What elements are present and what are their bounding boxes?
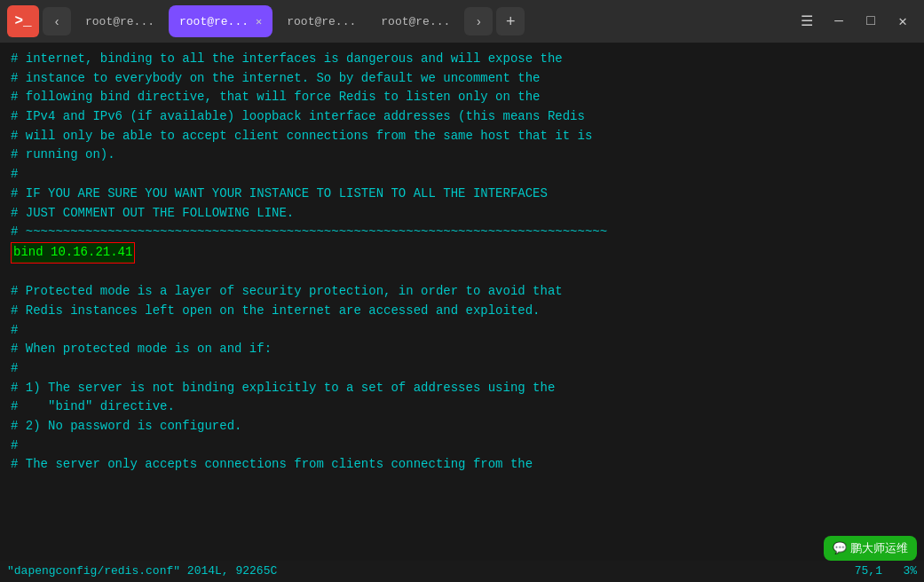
tab-2-label: root@re...	[179, 15, 249, 28]
terminal-area[interactable]: # internet, binding to all the interface…	[0, 43, 924, 582]
tab-4-label: root@re...	[381, 15, 450, 28]
terminal-line-8: # JUST COMMENT OUT THE FOLLOWING LINE.	[11, 204, 913, 224]
terminal-icon[interactable]: >_	[7, 5, 39, 37]
terminal-line-12: # Protected mode is a layer of security …	[11, 282, 913, 302]
window-controls: ☰ — □ ✕	[793, 7, 917, 35]
terminal-line-7: # IF YOU ARE SURE YOU WANT YOUR INSTANCE…	[11, 185, 913, 204]
nav-forward-button[interactable]: ›	[464, 7, 493, 35]
status-position: 75,1	[855, 564, 882, 578]
tab-1-label: root@re...	[85, 15, 154, 28]
watermark-badge: 💬 鹏大师运维	[824, 536, 917, 561]
terminal-line-17: # 1) The server is not binding explicitl…	[11, 379, 913, 398]
terminal-line-4: # will only be able to accept client con…	[11, 127, 913, 146]
watermark-icon: 💬	[833, 539, 847, 557]
terminal-line-5: # running on).	[11, 146, 913, 165]
tab-2-close[interactable]: ✕	[256, 15, 262, 28]
tab-3[interactable]: root@re...	[276, 5, 367, 37]
terminal-bind-line: bind 10.16.21.41	[11, 242, 913, 263]
tab-1[interactable]: root@re...	[75, 5, 165, 37]
terminal-line-19: # 2) No password is configured.	[11, 417, 913, 436]
terminal-line-21: # The server only accepts connections fr…	[11, 455, 913, 475]
terminal-line-18: # "bind" directive.	[11, 397, 913, 417]
terminal-line-20: #	[11, 436, 913, 456]
menu-button[interactable]: ☰	[793, 7, 821, 35]
tab-2[interactable]: root@re... ✕	[169, 5, 272, 37]
terminal-line-2: # following bind directive, that will fo…	[11, 88, 913, 107]
minimize-button[interactable]: —	[825, 7, 853, 35]
tab-3-label: root@re...	[287, 15, 356, 28]
terminal-line-empty	[11, 263, 913, 283]
maximize-button[interactable]: □	[857, 7, 885, 35]
watermark-text: 鹏大师运维	[850, 539, 908, 557]
status-right: 75,1 3%	[855, 562, 917, 580]
terminal-line-3: # IPv4 and IPv6 (if available) loopback …	[11, 107, 913, 127]
add-tab-button[interactable]: +	[496, 7, 525, 35]
terminal-line-16: #	[11, 359, 913, 379]
terminal-line-15: # When protected mode is on and if:	[11, 340, 913, 359]
titlebar: >_ ‹ root@re... root@re... ✕ root@re... …	[0, 0, 924, 43]
terminal-line-1: # instance to everybody on the internet.…	[11, 69, 913, 89]
nav-back-button[interactable]: ‹	[43, 7, 71, 35]
status-left: "dapengconfig/redis.conf" 2014L, 92265C	[7, 562, 277, 580]
status-percent: 3%	[903, 564, 917, 578]
terminal-line-0: # internet, binding to all the interface…	[11, 50, 913, 69]
bind-value: bind 10.16.21.41	[11, 242, 135, 263]
close-button[interactable]: ✕	[888, 7, 917, 35]
terminal-line-14: #	[11, 321, 913, 341]
terminal-line-6: #	[11, 165, 913, 185]
tab-4[interactable]: root@re...	[370, 5, 461, 37]
status-bar: "dapengconfig/redis.conf" 2014L, 92265C …	[0, 561, 924, 582]
terminal-line-9: # ~~~~~~~~~~~~~~~~~~~~~~~~~~~~~~~~~~~~~~…	[11, 223, 913, 242]
terminal-line-13: # Redis instances left open on the inter…	[11, 302, 913, 321]
